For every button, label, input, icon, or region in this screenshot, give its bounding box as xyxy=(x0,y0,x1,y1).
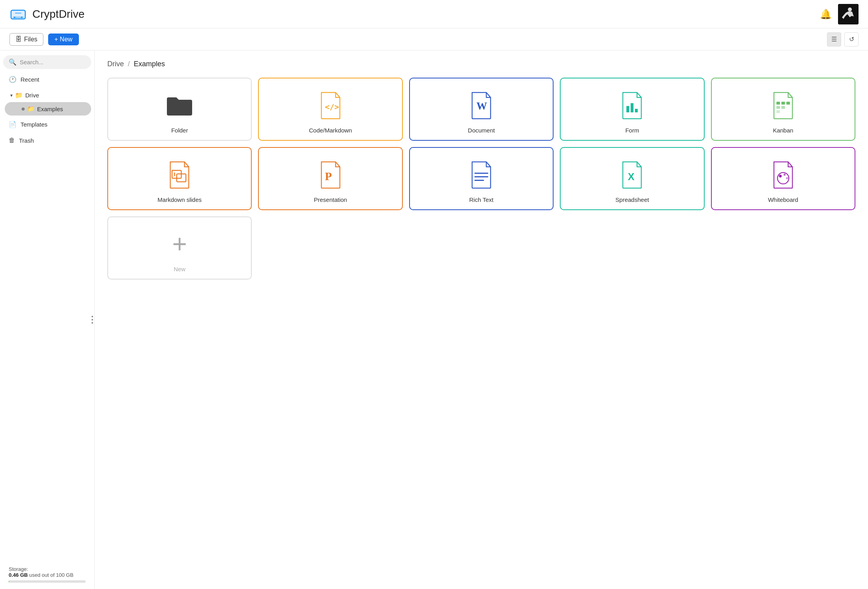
svg-point-3 xyxy=(14,17,15,18)
document-icon-area: W xyxy=(467,88,496,122)
history-button[interactable]: ↺ xyxy=(844,32,859,47)
header-right: 🔔 xyxy=(820,4,859,24)
whiteboard-icon-area xyxy=(769,157,797,192)
storage-label: Storage: 0.46 GB used out of 100 GB xyxy=(9,566,86,578)
form-icon-area xyxy=(618,88,646,122)
files-icon: 🗄 xyxy=(15,36,22,43)
examples-label: Examples xyxy=(37,106,63,112)
storage-text: used out of xyxy=(29,572,56,578)
search-icon: 🔍 xyxy=(9,58,17,66)
templates-icon: 📄 xyxy=(9,121,17,128)
file-card-presentation[interactable]: P Presentation xyxy=(258,147,402,210)
file-card-spreadsheet[interactable]: X Spreadsheet xyxy=(560,147,704,210)
file-card-whiteboard[interactable]: Whiteboard xyxy=(711,147,855,210)
bell-icon[interactable]: 🔔 xyxy=(820,9,832,20)
clock-icon: 🕐 xyxy=(9,76,17,83)
avatar[interactable] xyxy=(838,4,859,24)
breadcrumb-separator: / xyxy=(128,60,130,68)
sidebar-item-examples[interactable]: ⊕ 📁 Examples xyxy=(5,102,91,116)
file-card-new[interactable]: + New xyxy=(107,216,252,280)
svg-text:</>: </> xyxy=(325,102,339,111)
svg-point-7 xyxy=(848,7,852,11)
files-label: Files xyxy=(24,36,37,43)
presentation-icon-area: P xyxy=(316,157,345,192)
file-grid: Folder </> Code/Markdown xyxy=(107,78,855,280)
trash-icon: 🗑 xyxy=(9,137,15,144)
svg-point-4 xyxy=(21,17,22,18)
breadcrumb-drive[interactable]: Drive xyxy=(107,60,124,68)
spreadsheet-label: Spreadsheet xyxy=(615,196,649,203)
header: CryptDrive 🔔 xyxy=(0,0,868,28)
document-label: Document xyxy=(468,127,495,134)
form-label: Form xyxy=(625,127,639,134)
logo-area: CryptDrive xyxy=(9,6,820,23)
list-icon: ☰ xyxy=(831,35,837,43)
svg-rect-17 xyxy=(781,106,785,108)
list-view-button[interactable]: ☰ xyxy=(827,32,841,47)
file-card-richtext[interactable]: Rich Text xyxy=(409,147,554,210)
presentation-label: Presentation xyxy=(314,196,347,203)
sidebar: 🔍 Search... 🕐 Recent ▾ 📁 Drive ⊕ 📁 Examp… xyxy=(0,50,95,589)
new-button[interactable]: + New xyxy=(48,34,79,45)
search-box[interactable]: 🔍 Search... xyxy=(3,55,91,69)
svg-rect-15 xyxy=(786,102,790,104)
drive-tree: ▾ 📁 Drive ⊕ 📁 Examples xyxy=(5,88,91,116)
drive-label: Drive xyxy=(25,92,39,99)
svg-rect-5 xyxy=(15,13,21,14)
history-icon: ↺ xyxy=(849,35,854,43)
drive-logo-icon xyxy=(9,6,27,23)
storage-section: Storage: 0.46 GB used out of 100 GB xyxy=(3,561,91,584)
file-card-kanban[interactable]: Kanban xyxy=(711,78,855,141)
folder-label: Folder xyxy=(171,127,188,134)
collapse-icon: ▾ xyxy=(10,93,13,98)
drive-folder-icon: 📁 xyxy=(15,91,23,99)
svg-rect-14 xyxy=(781,102,785,104)
main-layout: 🔍 Search... 🕐 Recent ▾ 📁 Drive ⊕ 📁 Examp… xyxy=(0,50,868,589)
sidebar-item-templates[interactable]: 📄 Templates xyxy=(3,117,91,132)
storage-bar xyxy=(9,580,86,583)
file-card-form[interactable]: Form xyxy=(560,78,704,141)
content-area: Drive / Examples Folder xyxy=(95,50,868,589)
svg-point-28 xyxy=(784,173,786,175)
kanban-label: Kanban xyxy=(773,127,793,134)
svg-rect-13 xyxy=(776,102,780,104)
sidebar-dots[interactable] xyxy=(92,316,93,324)
storage-bar-fill xyxy=(9,580,9,583)
slides-label: Markdown slides xyxy=(157,196,202,203)
svg-text:X: X xyxy=(628,171,635,182)
kanban-icon-area xyxy=(769,88,797,122)
svg-rect-16 xyxy=(776,106,780,108)
sidebar-item-trash[interactable]: 🗑 Trash xyxy=(3,133,91,147)
spreadsheet-icon-area: X xyxy=(618,157,646,192)
svg-rect-11 xyxy=(631,103,634,112)
code-icon-area: </> xyxy=(316,88,345,122)
whiteboard-label: Whiteboard xyxy=(768,196,798,203)
breadcrumb-current: Examples xyxy=(134,60,165,68)
svg-rect-12 xyxy=(635,109,638,112)
toolbar: 🗄 Files + New ☰ ↺ xyxy=(0,28,868,50)
trash-label: Trash xyxy=(19,137,34,144)
templates-label: Templates xyxy=(21,121,47,128)
svg-text:P: P xyxy=(325,170,332,183)
folder-icon-examples: 📁 xyxy=(27,105,35,112)
new-icon-area: + xyxy=(172,227,187,261)
svg-rect-0 xyxy=(10,9,26,20)
sidebar-item-drive[interactable]: ▾ 📁 Drive xyxy=(5,88,91,102)
files-button[interactable]: 🗄 Files xyxy=(9,33,43,46)
svg-rect-18 xyxy=(776,110,780,113)
app-title: CryptDrive xyxy=(32,8,84,21)
storage-used: 0.46 GB xyxy=(9,572,28,578)
file-card-document[interactable]: W Document xyxy=(409,78,554,141)
file-card-code[interactable]: </> Code/Markdown xyxy=(258,78,402,141)
richtext-icon-area xyxy=(467,157,496,192)
file-card-folder[interactable]: Folder xyxy=(107,78,252,141)
folder-icon-area xyxy=(165,88,194,122)
expand-icon: ⊕ xyxy=(21,106,25,112)
new-label: New xyxy=(174,266,185,272)
toolbar-right: ☰ ↺ xyxy=(827,32,859,47)
file-card-slides[interactable]: Markdown slides xyxy=(107,147,252,210)
code-label: Code/Markdown xyxy=(309,127,352,134)
storage-total: 100 GB xyxy=(56,572,73,578)
richtext-label: Rich Text xyxy=(469,196,493,203)
sidebar-item-recent[interactable]: 🕐 Recent xyxy=(3,72,91,87)
